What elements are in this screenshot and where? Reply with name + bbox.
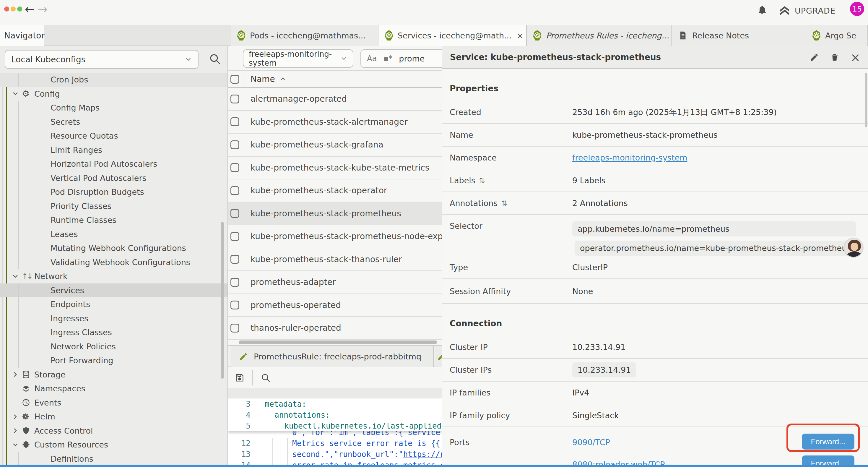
sidebar-item[interactable]: Vertical Pod Autoscalers — [0, 171, 227, 185]
minimize-window-button[interactable] — [11, 6, 16, 11]
chevron-down-icon[interactable] — [12, 441, 22, 448]
sidebar-item[interactable]: Runtime Classes — [0, 213, 227, 227]
sidebar-item[interactable]: Network Policies — [0, 340, 227, 354]
navigator-tab[interactable]: Navigator — [0, 25, 44, 46]
forward-arrow-icon[interactable]: → — [38, 2, 48, 16]
table-row[interactable]: kube-prometheus-stack-prometheus — [228, 202, 442, 226]
sidebar-item[interactable]: Priority Classes — [0, 199, 227, 213]
sidebar-item[interactable]: Custom Resources — [0, 438, 227, 452]
chevron-right-icon[interactable] — [12, 427, 22, 434]
row-checkbox[interactable] — [230, 300, 239, 310]
zoom-window-button[interactable] — [17, 6, 22, 11]
filter-search-input[interactable]: Aa ▪* prome — [361, 49, 442, 68]
row-checkbox[interactable] — [230, 324, 239, 332]
sort-ascending-icon[interactable] — [279, 76, 286, 83]
detail-scrollbar[interactable] — [865, 73, 867, 127]
table-row[interactable]: thanos-ruler-operated — [228, 317, 442, 340]
sidebar-item[interactable]: Storage — [0, 368, 227, 382]
editor-line[interactable]: 5 kubectl.kubernetes.io/last-applied-con — [228, 420, 442, 431]
yaml-editor[interactable]: 3 metadata: 4 annotations: 5 kubectl.kub… — [228, 399, 442, 465]
sidebar-item[interactable]: Definitions — [0, 452, 227, 465]
search-icon[interactable] — [209, 53, 221, 65]
sidebar-item[interactable]: Endpoints — [0, 297, 227, 312]
editor-line[interactable]: 3 metadata: — [228, 399, 442, 409]
forward-port-button[interactable]: Forward... — [802, 456, 855, 465]
port-link-9090[interactable]: 9090/TCP — [572, 438, 665, 447]
sidebar-item[interactable]: Events — [0, 396, 227, 410]
table-row[interactable]: prometheus-adapter — [228, 271, 442, 294]
tab-close-icon[interactable]: × — [517, 30, 524, 41]
row-checkbox[interactable] — [230, 209, 239, 218]
sidebar-item[interactable]: Port Forwarding — [0, 353, 227, 368]
document-tab[interactable]: ☸ Pods - icecheng@mathmas... — [231, 25, 378, 46]
table-row[interactable]: kube-prometheus-stack-alertmanager — [228, 111, 442, 134]
avatar[interactable] — [843, 238, 864, 258]
chevron-right-icon[interactable] — [12, 371, 22, 378]
namespace-link[interactable]: freeleaps-monitoring-system — [572, 153, 687, 162]
sidebar-item[interactable]: Limit Ranges — [0, 143, 227, 157]
sidebar-item[interactable]: Ingress Classes — [0, 325, 227, 340]
close-icon[interactable]: × — [850, 51, 860, 64]
table-row[interactable]: prometheus-operated — [228, 294, 442, 317]
row-checkbox[interactable] — [230, 186, 239, 195]
row-checkbox[interactable] — [230, 163, 239, 172]
chevron-right-icon[interactable] — [12, 413, 22, 420]
row-checkbox[interactable] — [230, 255, 239, 264]
sidebar-item[interactable]: Access Control — [0, 424, 227, 438]
table-row[interactable]: kube-prometheus-stack-grafana — [228, 134, 442, 157]
row-checkbox[interactable] — [230, 95, 239, 104]
sidebar-scrollbar[interactable] — [221, 222, 224, 379]
selector-chip[interactable]: app.kubernetes.io/name=prometheus — [572, 222, 856, 236]
notification-count-badge[interactable]: 15 — [850, 2, 864, 16]
bell-icon[interactable] — [757, 4, 768, 16]
sidebar-item[interactable]: Services — [0, 284, 227, 298]
sidebar-item[interactable]: Ingresses — [0, 312, 227, 326]
namespace-select[interactable]: freeleaps-monitoring-system — [243, 49, 353, 68]
editor-line[interactable]: 13 second.","runbook_url":"https://net — [228, 449, 442, 460]
sidebar-item[interactable]: Namespaces — [0, 382, 227, 396]
select-all-checkbox[interactable] — [230, 75, 239, 84]
upgrade-button[interactable]: UPGRADE — [779, 5, 836, 17]
row-checkbox[interactable] — [230, 117, 239, 126]
port-link-8080[interactable]: 8080:reloader-web/TCP — [572, 460, 665, 465]
sidebar-item[interactable]: ☸ Helm — [0, 410, 227, 424]
trash-icon[interactable] — [830, 52, 839, 62]
sidebar-item[interactable]: Mutating Webhook Configurations — [0, 241, 227, 255]
table-row[interactable]: kube-prometheus-stack-thanos-ruler — [228, 248, 442, 271]
editor-tab[interactable]: PrometheusRule: freeleaps-prod-rabbitmq — [231, 346, 434, 367]
document-tab[interactable]: ☸ Services - icecheng@math... × — [378, 25, 527, 46]
sidebar-item[interactable]: Pod Disruption Budgets — [0, 185, 227, 199]
close-window-button[interactable] — [4, 6, 9, 11]
row-checkbox[interactable] — [230, 232, 239, 241]
sidebar-item[interactable]: Resource Quotas — [0, 129, 227, 143]
sidebar-item[interactable]: Validating Webhook Configurations — [0, 255, 227, 269]
document-tab[interactable]: ☸ Argo Se — [806, 25, 868, 46]
horizontal-scrollbar[interactable] — [239, 341, 437, 344]
table-row[interactable]: kube-prometheus-stack-kube-state-metrics — [228, 157, 442, 180]
editor-tab-partial[interactable] — [435, 346, 442, 367]
sidebar-item[interactable]: Horizontal Pod Autoscalers — [0, 157, 227, 171]
save-icon[interactable] — [235, 373, 245, 383]
kubeconfig-select[interactable]: Local Kubeconfigs — [5, 50, 198, 69]
chevron-down-icon[interactable] — [12, 90, 22, 97]
expand-toggle-icon[interactable]: ⇅ — [479, 176, 485, 185]
sidebar-item[interactable]: Leases — [0, 227, 227, 241]
document-tab[interactable]: Release Notes — [672, 25, 806, 46]
match-case-toggle[interactable]: Aa — [367, 54, 377, 63]
edit-pencil-icon[interactable] — [809, 53, 819, 62]
sidebar-item[interactable]: Config Maps — [0, 101, 227, 115]
table-row[interactable]: alertmanager-operated — [228, 88, 442, 111]
sidebar-item[interactable]: ↑↓ Network — [0, 269, 227, 284]
editor-line[interactable]: 4 annotations: — [228, 409, 442, 420]
cluster-ip-chip[interactable]: 10.233.14.91 — [572, 362, 636, 377]
table-row[interactable]: kube-prometheus-stack-prometheus-node-ex… — [228, 225, 442, 248]
table-row[interactable]: kube-prometheus-stack-operator — [228, 179, 442, 202]
sidebar-item[interactable]: Secrets — [0, 115, 227, 129]
expand-toggle-icon[interactable]: ⇅ — [501, 199, 507, 207]
editor-line[interactable]: 14 error rate in freeleaps metrics ser — [228, 460, 442, 465]
sidebar-item[interactable]: ⚙ Config — [0, 87, 227, 101]
row-checkbox[interactable] — [230, 278, 239, 287]
selector-chip[interactable]: operator.prometheus.io/name=kube-prometh… — [575, 241, 856, 256]
forward-port-button[interactable]: Forward... — [802, 434, 855, 449]
editor-line[interactable]: 12 Metrics service error rate is {{ $va — [228, 438, 442, 449]
